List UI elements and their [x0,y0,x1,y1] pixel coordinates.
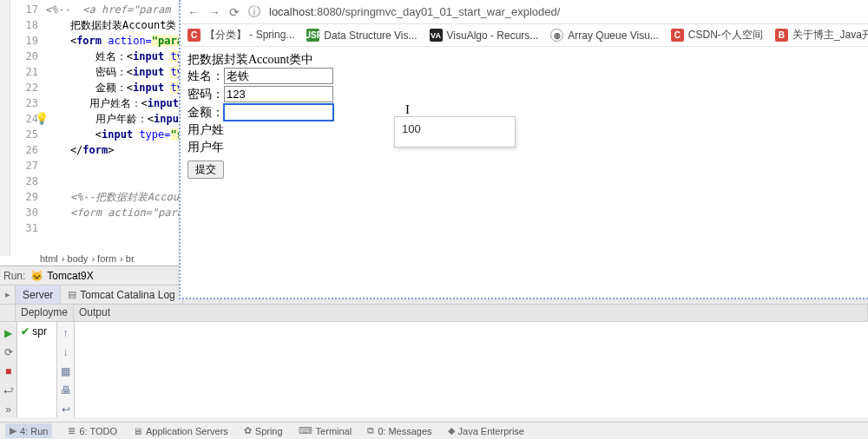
breadcrumb[interactable]: html› body› form› br [35,252,143,265]
favicon-icon: VA [430,29,443,42]
javaee-icon: ◆ [448,425,455,436]
deploy-header[interactable]: Deployme [16,305,74,321]
line-number: 28 [10,174,38,189]
down-icon[interactable]: ↓ [63,346,69,358]
username-row: 用户姓 [187,122,861,138]
todo-icon: ≣ [68,425,76,436]
messages-icon: ⧉ [367,425,374,436]
run-side-strip[interactable]: ▸ [0,285,16,304]
address-bar: ← → ⟳ ⓘ localhost:8080/springmvc_day01_0… [181,0,868,24]
tomcat-icon: 🐱 [30,270,43,282]
form-title: 把数据封装Account类中 [187,52,861,68]
bottom-tool-bar: ▶4: Run ≣6: TODO 🖥Application Servers ✿S… [0,422,868,439]
tool-appservers[interactable]: 🖥Application Servers [133,426,228,436]
tool-terminal[interactable]: ⌨Terminal [299,425,352,436]
username-label: 用户姓 [187,122,224,138]
autocomplete-popup[interactable]: 100 [394,116,516,147]
back-icon[interactable]: ← [187,5,200,19]
line-number: 30 [10,205,38,220]
exit-icon[interactable]: ⮐ [3,384,14,396]
line-number: 19 [10,33,38,49]
code-line: <%-- <a href="param [45,3,171,16]
server-icon: 🖥 [133,426,142,436]
bookmark-label: VisuAlgo - Recurs... [447,29,539,42]
up-icon[interactable]: ↑ [63,327,69,339]
run-body: ▶ ⟳ ■ ⮐ » ✔ spr ↑ ↓ ▦ 🖶 ↩ [0,322,868,417]
tool-messages[interactable]: ⧉0: Messages [367,425,431,436]
forward-icon[interactable]: → [208,5,220,19]
run-subheader: Deployme Output [0,305,868,322]
stop-icon[interactable]: ■ [5,365,11,377]
code-line: 把数据封装Account类 [70,19,177,31]
artifact-name[interactable]: spr [32,325,47,337]
tool-run[interactable]: ▶4: Run [5,423,52,438]
check-icon: ✔ [21,325,30,337]
line-number: 21 [10,64,38,80]
amount-label: 金额： [187,105,224,121]
output-header[interactable]: Output [74,305,868,321]
bookmark-item[interactable]: VAVisuAlgo - Recurs... [430,29,539,42]
favicon-icon: C [671,29,684,42]
submit-button[interactable]: 提交 [187,161,224,179]
name-label: 姓名： [187,69,224,84]
line-number: 17 [10,2,38,17]
wrap-icon[interactable]: ▦ [61,365,70,377]
favicon-icon: ◍ [550,29,563,42]
run-config-name[interactable]: Tomcat9X [47,270,93,282]
url-display[interactable]: localhost:8080/springmvc_day01_01_start_… [269,5,560,18]
line-number: 23 [10,95,38,111]
lightbulb-icon[interactable]: 💡 [35,111,49,127]
tool-javaee[interactable]: ◆Java Enterprise [448,425,524,436]
spring-icon: ✿ [244,425,252,436]
page-content: 把数据封装Account类中 姓名： 密码： 金额： 用户姓 用户年 提交 [181,47,868,184]
log-icon: ▤ [68,289,76,300]
browser-window: ← → ⟳ ⓘ localhost:8080/springmvc_day01_0… [179,0,868,299]
tool-spring[interactable]: ✿Spring [244,425,283,436]
deployment-tree: ✔ spr [17,322,57,417]
name-row: 姓名： [187,68,861,84]
print-icon[interactable]: 🖶 [61,384,71,396]
autocomplete-item[interactable]: 100 [402,122,421,135]
bookmark-item[interactable]: USFData Structure Vis... [306,29,417,42]
more-icon[interactable]: » [5,403,11,416]
output-toolbar: ↑ ↓ ▦ 🖶 ↩ [57,322,75,417]
tab-server[interactable]: Server [16,285,61,304]
tab-catalina-log[interactable]: ▤Tomcat Catalina Log [61,285,182,304]
line-number: 27 [10,158,38,174]
favicon-icon: USF [306,29,319,42]
update-icon[interactable]: ⟳ [4,346,13,358]
bookmark-item[interactable]: B关于博主_Java开源... [775,28,868,43]
output-console[interactable] [75,322,868,417]
site-info-icon[interactable]: ⓘ [248,4,260,20]
side-strip [0,305,16,321]
line-number: 26 [10,142,38,158]
password-input[interactable] [224,86,333,102]
line-number: 31 [10,220,38,236]
run-toolbar: ▶ ⟳ ■ ⮐ » [0,322,17,417]
clear-icon[interactable]: ↩ [62,403,70,416]
bookmark-label: 关于博主_Java开源... [792,28,868,43]
bookmark-item[interactable]: C【分类】 - Spring... [187,28,294,43]
rerun-icon[interactable]: ▶ [4,327,12,339]
favicon-icon: C [187,29,201,42]
left-gutter [0,0,10,256]
reload-icon[interactable]: ⟳ [229,5,240,19]
amount-input[interactable] [224,104,333,121]
bookmark-label: 【分类】 - Spring... [205,28,294,43]
tool-todo[interactable]: ≣6: TODO [68,425,117,436]
line-number: 25 [10,127,38,142]
bookmark-label: Data Structure Vis... [324,29,417,42]
userage-row: 用户年 [187,140,861,155]
line-number: 18 [10,17,38,33]
bookmark-label: CSDN-个人空间 [688,28,763,43]
bookmark-label: Array Queue Visu... [568,29,659,42]
password-label: 密码： [187,87,224,102]
bookmark-item[interactable]: CCSDN-个人空间 [671,28,763,43]
name-input[interactable] [224,68,333,84]
favicon-icon: B [775,29,788,42]
run-icon: ▶ [10,425,16,436]
line-gutter: 17 18 19 20 21 22 23 24 25 26 27 28 29 3… [10,0,45,256]
run-label: Run: [3,270,25,282]
bookmarks-bar: C【分类】 - Spring...USFData Structure Vis..… [181,24,868,47]
bookmark-item[interactable]: ◍Array Queue Visu... [550,29,659,42]
